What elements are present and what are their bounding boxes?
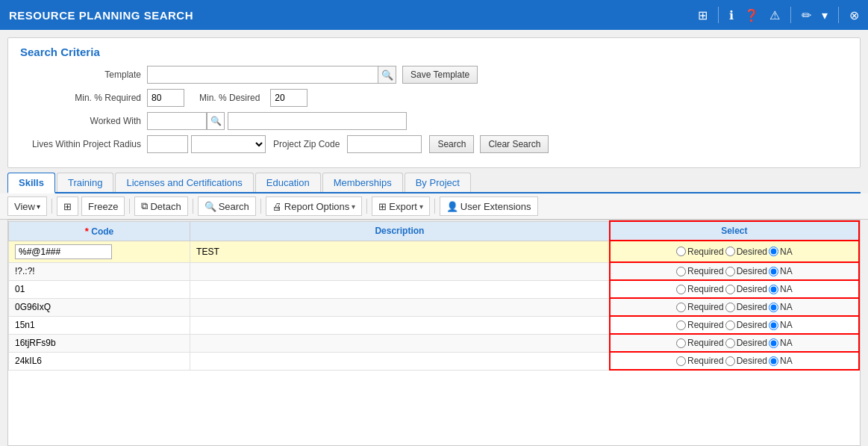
radio-na-label[interactable]: NA <box>769 247 793 257</box>
radius-unit-select[interactable]: Miles Kilometers <box>191 135 266 153</box>
clear-search-button[interactable]: Clear Search <box>480 135 549 153</box>
code-cell: 0G96IxQ <box>9 298 190 316</box>
radio-required-label[interactable]: Required <box>676 338 724 348</box>
report-options-button[interactable]: 🖨 Report Options ▾ <box>266 196 362 216</box>
tab-memberships[interactable]: Memberships <box>322 173 403 192</box>
search-criteria-panel: Search Criteria Template 🔍 Save Template… <box>7 37 861 168</box>
radio-desired[interactable] <box>725 247 735 256</box>
radio-na-label[interactable]: NA <box>769 266 793 276</box>
select-cell: Required Desired NA <box>610 280 859 298</box>
code-input[interactable] <box>15 244 112 259</box>
radio-required[interactable] <box>676 303 686 312</box>
radio-group: Required Desired NA <box>616 284 852 294</box>
tab-education[interactable]: Education <box>255 173 321 192</box>
radio-required[interactable] <box>676 320 686 330</box>
export-button[interactable]: ⊞ Export ▾ <box>372 196 430 216</box>
search-toolbar-icon: 🔍 <box>204 201 216 212</box>
radio-required-label[interactable]: Required <box>676 247 724 257</box>
search-button[interactable]: Search <box>429 135 474 153</box>
radio-required[interactable] <box>676 338 686 348</box>
toolbar-divider-6 <box>434 199 435 214</box>
table-scroll[interactable]: * Code Description Select TEST Required … <box>8 220 860 445</box>
radio-na[interactable] <box>769 267 778 276</box>
radio-desired-label[interactable]: Desired <box>725 302 767 312</box>
freeze-label: Freeze <box>88 201 118 212</box>
radio-required[interactable] <box>676 247 686 256</box>
radio-desired-label[interactable]: Desired <box>725 247 767 257</box>
radio-na-label[interactable]: NA <box>769 302 793 312</box>
radio-na[interactable] <box>769 303 778 312</box>
toolbar-divider-5 <box>366 199 367 214</box>
help-icon[interactable]: ❓ <box>744 8 759 22</box>
table-row: 15n1 Required Desired NA <box>9 316 860 334</box>
radio-required-label[interactable]: Required <box>676 356 724 366</box>
radio-na-label[interactable]: NA <box>769 284 793 294</box>
radio-na-label[interactable]: NA <box>769 320 793 330</box>
template-search-icon-btn[interactable]: 🔍 <box>378 66 396 84</box>
detach-button[interactable]: ⧉ Detach <box>134 196 187 216</box>
template-input[interactable] <box>147 66 378 84</box>
radio-required-label[interactable]: Required <box>676 266 724 276</box>
radio-desired[interactable] <box>725 285 735 294</box>
radius-input[interactable] <box>147 135 188 153</box>
min-required-input[interactable]: 80 <box>147 89 184 107</box>
radio-na-label[interactable]: NA <box>769 356 793 366</box>
radio-required[interactable] <box>676 356 686 366</box>
radio-na[interactable] <box>769 338 778 348</box>
worked-with-id-input[interactable] <box>147 112 207 130</box>
tab-training[interactable]: Training <box>57 173 113 192</box>
info-icon[interactable]: ℹ <box>729 8 734 22</box>
radio-required-label[interactable]: Required <box>676 320 724 330</box>
radio-desired-label[interactable]: Desired <box>725 356 767 366</box>
radio-desired-label[interactable]: Desired <box>725 284 767 294</box>
radio-desired-label[interactable]: Desired <box>725 338 767 348</box>
table-row: TEST Required Desired NA <box>9 241 860 262</box>
project-zip-input[interactable] <box>347 135 422 153</box>
radio-na[interactable] <box>769 285 778 294</box>
code-cell: !?.:?! <box>9 262 190 280</box>
radio-desired[interactable] <box>725 320 735 330</box>
radio-desired[interactable] <box>725 267 735 276</box>
radio-na[interactable] <box>769 247 778 256</box>
radio-na[interactable] <box>769 356 778 366</box>
user-extensions-label: User Extensions <box>460 201 531 212</box>
close-search-icon[interactable]: ⊗ <box>849 8 859 22</box>
edit-icon[interactable]: ✏ <box>802 8 811 22</box>
col-header-select: Select <box>610 221 859 241</box>
warning-icon[interactable]: ⚠ <box>769 8 780 22</box>
min-desired-input[interactable]: 20 <box>270 89 307 107</box>
radio-required-label[interactable]: Required <box>676 302 724 312</box>
radio-desired-label[interactable]: Desired <box>725 320 767 330</box>
user-extensions-button[interactable]: 👤 User Extensions <box>440 196 538 216</box>
tab-licenses[interactable]: Licenses and Certifications <box>115 173 253 192</box>
radio-desired[interactable] <box>725 356 735 366</box>
description-cell: TEST <box>190 241 610 262</box>
dropdown-icon[interactable]: ▾ <box>822 8 828 22</box>
radio-desired-label[interactable]: Desired <box>725 266 767 276</box>
freeze-button[interactable]: Freeze <box>81 196 125 216</box>
min-desired-label: Min. % Desired <box>192 93 266 103</box>
detach-all-icon: ⊞ <box>63 201 72 212</box>
report-options-label: Report Options <box>284 201 349 212</box>
radio-na[interactable] <box>769 320 778 330</box>
detach-all-button[interactable]: ⊞ <box>57 196 78 216</box>
template-input-wrap: 🔍 <box>147 66 396 84</box>
radio-na-label[interactable]: NA <box>769 338 793 348</box>
radio-required[interactable] <box>676 285 686 294</box>
radio-desired[interactable] <box>725 338 735 348</box>
search-toolbar-button[interactable]: 🔍 Search <box>198 196 256 216</box>
panel-title: Search Criteria <box>20 46 848 58</box>
save-template-button[interactable]: Save Template <box>402 66 478 84</box>
grid-icon[interactable]: ⊞ <box>698 8 708 22</box>
worked-with-name-input[interactable] <box>228 112 407 130</box>
worked-with-search-btn[interactable]: 🔍 <box>207 112 225 130</box>
col-header-description: Description <box>190 221 610 241</box>
radio-desired[interactable] <box>725 303 735 312</box>
tab-skills[interactable]: Skills <box>7 173 55 193</box>
description-cell <box>190 262 610 280</box>
view-button[interactable]: View ▾ <box>7 196 47 216</box>
description-cell <box>190 352 610 370</box>
radio-required-label[interactable]: Required <box>676 284 724 294</box>
radio-required[interactable] <box>676 267 686 276</box>
tab-by-project[interactable]: By Project <box>405 173 471 192</box>
